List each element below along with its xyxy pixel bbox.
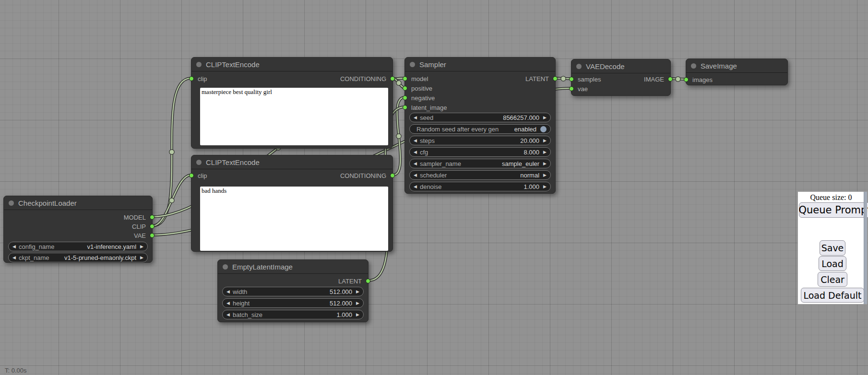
output-slot-vae[interactable]: VAE bbox=[134, 232, 155, 239]
slot-dot-icon[interactable] bbox=[150, 215, 155, 220]
slot-dot-icon[interactable] bbox=[366, 279, 370, 283]
widget-denoise[interactable]: ◀ denoise 1.000 ▶ bbox=[409, 182, 551, 191]
panel-scrollbar[interactable] bbox=[864, 192, 867, 304]
widget-ckpt-name[interactable]: ◀ ckpt_name v1-5-pruned-emaonly.ckpt ▶ bbox=[8, 253, 148, 262]
node-cliptextencode-negative[interactable]: CLIPTextEncode clip CONDITIONING bad han… bbox=[191, 155, 393, 252]
widget-batch-size[interactable]: ◀ batch_size 1.000 ▶ bbox=[222, 310, 364, 319]
node-title-bar[interactable]: CLIPTextEncode bbox=[191, 58, 392, 71]
widget-scheduler[interactable]: ◀ scheduler normal ▶ bbox=[409, 170, 551, 180]
widget-sampler-name[interactable]: ◀ sampler_name sample_euler ▶ bbox=[409, 159, 551, 168]
increment-arrow-icon[interactable]: ▶ bbox=[140, 245, 143, 249]
node-cliptextencode-positive[interactable]: CLIPTextEncode clip CONDITIONING masterp… bbox=[191, 57, 393, 149]
increment-arrow-icon[interactable]: ▶ bbox=[543, 116, 547, 120]
slot-dot-icon[interactable] bbox=[403, 105, 407, 110]
collapse-dot-icon[interactable] bbox=[196, 62, 202, 67]
output-slot-latent[interactable]: LATENT bbox=[338, 278, 370, 284]
increment-arrow-icon[interactable]: ▶ bbox=[543, 150, 547, 154]
input-slot-samples[interactable]: samples bbox=[569, 76, 601, 82]
output-slot-latent[interactable]: LATENT bbox=[525, 75, 558, 82]
input-slot-vae[interactable]: vae bbox=[569, 85, 588, 92]
collapse-dot-icon[interactable] bbox=[576, 64, 582, 69]
slot-dot-icon[interactable] bbox=[668, 77, 673, 82]
slot-dot-icon[interactable] bbox=[390, 76, 395, 81]
decrement-arrow-icon[interactable]: ◀ bbox=[414, 185, 417, 189]
decrement-arrow-icon[interactable]: ◀ bbox=[12, 245, 16, 249]
slot-dot-icon[interactable] bbox=[150, 224, 155, 229]
output-slot-image[interactable]: IMAGE bbox=[644, 76, 673, 82]
node-vaedecode[interactable]: VAEDecode samples IMAGE vae bbox=[571, 59, 671, 96]
slot-dot-icon[interactable] bbox=[403, 86, 407, 91]
output-slot-clip[interactable]: CLIP bbox=[132, 223, 155, 230]
slot-dot-icon[interactable] bbox=[390, 173, 395, 178]
input-slot-clip[interactable]: clip bbox=[189, 172, 207, 179]
widget-random-seed-toggle[interactable]: Random seed after every gen enabled bbox=[409, 124, 551, 134]
increment-arrow-icon[interactable]: ▶ bbox=[356, 290, 359, 294]
node-checkpointloader[interactable]: CheckpointLoader MODEL CLIP VAE ◀ config… bbox=[3, 196, 153, 263]
decrement-arrow-icon[interactable]: ◀ bbox=[226, 313, 230, 317]
slot-dot-icon[interactable] bbox=[403, 76, 407, 81]
increment-arrow-icon[interactable]: ▶ bbox=[543, 173, 547, 177]
collapse-dot-icon[interactable] bbox=[410, 62, 415, 67]
node-title: SaveImage bbox=[701, 62, 737, 70]
input-slot-latent-image[interactable]: latent_image bbox=[403, 104, 447, 111]
collapse-dot-icon[interactable] bbox=[691, 63, 696, 69]
queue-prompt-button[interactable]: Queue Prompt bbox=[799, 202, 868, 218]
prompt-textarea[interactable]: bad hands bbox=[200, 187, 388, 251]
slot-dot-icon[interactable] bbox=[569, 77, 574, 82]
decrement-arrow-icon[interactable]: ◀ bbox=[414, 116, 417, 120]
node-title-bar[interactable]: Sampler bbox=[405, 58, 555, 71]
slot-dot-icon[interactable] bbox=[189, 173, 194, 178]
node-sampler[interactable]: Sampler model LATENT positive negative l… bbox=[404, 57, 556, 194]
input-slot-negative[interactable]: negative bbox=[403, 94, 435, 101]
slot-dot-icon[interactable] bbox=[569, 86, 574, 91]
increment-arrow-icon[interactable]: ▶ bbox=[356, 313, 359, 317]
increment-arrow-icon[interactable]: ▶ bbox=[140, 256, 143, 260]
input-slot-model[interactable]: model bbox=[403, 75, 428, 82]
node-title-bar[interactable]: SaveImage bbox=[686, 59, 787, 73]
node-title-bar[interactable]: CLIPTextEncode bbox=[191, 155, 392, 169]
widget-config-name[interactable]: ◀ config_name v1-inference.yaml ▶ bbox=[8, 242, 148, 251]
collapse-dot-icon[interactable] bbox=[196, 160, 202, 165]
clear-button[interactable]: Clear bbox=[818, 272, 847, 287]
increment-arrow-icon[interactable]: ▶ bbox=[543, 185, 547, 189]
widget-height[interactable]: ◀ height 512.000 ▶ bbox=[222, 298, 364, 308]
node-emptylatentimage[interactable]: EmptyLatentImage LATENT ◀ width 512.000 … bbox=[217, 259, 369, 322]
widget-steps[interactable]: ◀ steps 20.000 ▶ bbox=[409, 136, 551, 145]
slot-dot-icon[interactable] bbox=[553, 76, 558, 81]
decrement-arrow-icon[interactable]: ◀ bbox=[414, 162, 417, 166]
collapse-dot-icon[interactable] bbox=[9, 200, 14, 206]
widget-seed[interactable]: ◀ seed 8566257.000 ▶ bbox=[409, 113, 551, 122]
slot-dot-icon[interactable] bbox=[189, 76, 194, 81]
input-slot-images[interactable]: images bbox=[684, 76, 713, 83]
decrement-arrow-icon[interactable]: ◀ bbox=[12, 256, 16, 260]
decrement-arrow-icon[interactable]: ◀ bbox=[414, 139, 417, 143]
input-slot-positive[interactable]: positive bbox=[403, 85, 432, 92]
slot-dot-icon[interactable] bbox=[150, 233, 155, 238]
load-default-button[interactable]: Load Default bbox=[801, 288, 864, 303]
toggle-dot-icon[interactable] bbox=[540, 126, 547, 132]
output-slot-model[interactable]: MODEL bbox=[124, 214, 155, 221]
slot-dot-icon[interactable] bbox=[684, 77, 689, 82]
output-slot-conditioning[interactable]: CONDITIONING bbox=[340, 75, 395, 82]
node-title-bar[interactable]: EmptyLatentImage bbox=[218, 260, 368, 274]
decrement-arrow-icon[interactable]: ◀ bbox=[226, 290, 230, 294]
increment-arrow-icon[interactable]: ▶ bbox=[543, 139, 547, 143]
increment-arrow-icon[interactable]: ▶ bbox=[543, 162, 547, 166]
graph-canvas[interactable]: CLIPTextEncode clip CONDITIONING masterp… bbox=[0, 0, 868, 375]
prompt-textarea[interactable]: masterpiece best quality girl bbox=[200, 88, 388, 145]
decrement-arrow-icon[interactable]: ◀ bbox=[414, 150, 417, 154]
widget-cfg[interactable]: ◀ cfg 8.000 ▶ bbox=[409, 147, 551, 157]
decrement-arrow-icon[interactable]: ◀ bbox=[226, 301, 230, 305]
collapse-dot-icon[interactable] bbox=[223, 264, 228, 270]
node-title-bar[interactable]: CheckpointLoader bbox=[4, 196, 152, 210]
input-slot-clip[interactable]: clip bbox=[189, 75, 207, 82]
widget-width[interactable]: ◀ width 512.000 ▶ bbox=[222, 287, 364, 296]
load-button[interactable]: Load bbox=[819, 256, 846, 271]
node-title-bar[interactable]: VAEDecode bbox=[571, 59, 670, 73]
node-saveimage[interactable]: SaveImage images bbox=[686, 59, 788, 85]
slot-dot-icon[interactable] bbox=[403, 95, 407, 100]
increment-arrow-icon[interactable]: ▶ bbox=[356, 301, 359, 305]
save-button[interactable]: Save bbox=[820, 240, 845, 256]
decrement-arrow-icon[interactable]: ◀ bbox=[414, 173, 417, 177]
output-slot-conditioning[interactable]: CONDITIONING bbox=[340, 172, 395, 179]
